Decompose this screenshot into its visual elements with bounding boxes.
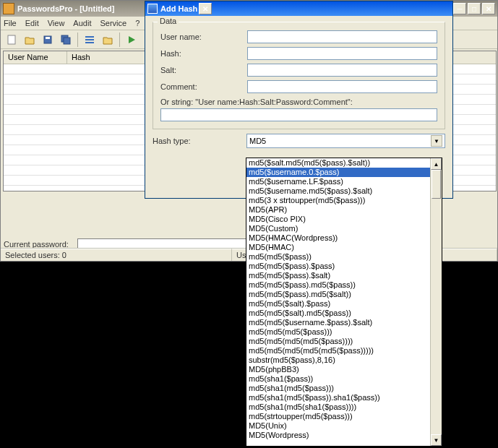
minimize-button[interactable]: ─ [453, 3, 466, 14]
status-selected: Selected users: 0 [1, 249, 232, 261]
dropdown-option[interactable]: md5(md5(md5(md5(md5($pass))))) [246, 346, 430, 356]
svg-rect-6 [85, 39, 94, 40]
orstring-input[interactable] [160, 108, 437, 121]
menu-audit[interactable]: Audit [73, 19, 91, 27]
dropdown-option[interactable]: md5($username.0.$pass) [246, 168, 430, 177]
list-row [446, 95, 496, 105]
dropdown-option[interactable]: md5(md5($salt).md5($pass)) [246, 309, 430, 318]
dropdown-option[interactable]: md5($username.LF.$pass) [246, 177, 430, 186]
dropdown-option[interactable]: md5(md5($salt).$pass) [246, 299, 430, 309]
hash-type-label: Hash type: [153, 137, 246, 145]
data-fieldset: Data User name: Hash: Salt: Comment: Or … [153, 22, 445, 129]
list-row [446, 74, 496, 85]
dialog-icon [147, 4, 158, 14]
orstring-label: Or string: "User name:Hash:Salt:Password… [160, 98, 437, 106]
menu-service[interactable]: Service [100, 19, 126, 27]
list-row [446, 85, 496, 95]
svg-rect-2 [46, 37, 50, 39]
list-row [446, 115, 496, 125]
toolbar-folder-icon[interactable] [100, 32, 116, 48]
dropdown-option[interactable]: md5(md5($username.$pass).$salt) [246, 318, 430, 327]
toolbar-play-icon[interactable] [124, 32, 139, 48]
toolbar-new-icon[interactable] [4, 32, 20, 48]
dropdown-option[interactable]: md5(sha1($pass)) [246, 374, 430, 384]
list-row [446, 155, 496, 165]
maximize-button[interactable]: □ [468, 3, 481, 14]
list-row [446, 64, 496, 74]
dropdown-option[interactable]: MD5(Wordpress) [246, 431, 430, 440]
col-username[interactable]: User Name [4, 51, 67, 64]
username-input[interactable] [247, 30, 437, 43]
dropdown-option[interactable]: MD5(HMAC(Wordpress)) [246, 233, 430, 243]
dropdown-option[interactable]: md5(sha1(md5($pass))) [246, 384, 430, 393]
dropdown-option[interactable]: MD5(phpBB3) [246, 365, 430, 374]
toolbar-open-icon[interactable] [22, 32, 38, 48]
hash-type-value: MD5 [249, 137, 266, 145]
svg-rect-4 [64, 38, 70, 44]
list-row [446, 125, 496, 135]
dialog-title: Add Hash [160, 4, 197, 13]
hash-type-row: Hash type: MD5 ▼ [153, 134, 445, 148]
toolbar-save-icon[interactable] [40, 32, 56, 48]
dropdown-option[interactable]: MD5(Cisco PIX) [246, 215, 430, 224]
hash-type-dropdown[interactable]: md5($salt.md5(md5($pass).$salt))md5($use… [246, 158, 442, 447]
scroll-up-icon[interactable]: ▲ [431, 158, 442, 170]
dropdown-option[interactable]: md5($username.md5($pass).$salt) [246, 186, 430, 196]
dropdown-scrollbar[interactable]: ▲ ▼ [430, 158, 442, 446]
dialog-close-button[interactable]: ✕ [199, 3, 212, 14]
salt-input[interactable] [247, 64, 437, 77]
hash-type-combo[interactable]: MD5 ▼ [246, 134, 445, 148]
dropdown-option[interactable]: md5(sha1(md5($pass)).sha1($pass)) [246, 393, 430, 402]
scroll-thumb[interactable] [432, 170, 441, 199]
dropdown-option[interactable]: md5(3 x strtoupper(md5($pass))) [246, 196, 430, 205]
dialog-titlebar[interactable]: Add Hash ✕ [145, 1, 452, 16]
dropdown-option[interactable]: md5(strtoupper(md5($pass))) [246, 412, 430, 421]
comment-input[interactable] [247, 80, 437, 93]
dropdown-option[interactable]: md5(md5($pass).md5($salt)) [246, 290, 430, 299]
dropdown-option[interactable]: MD5(APR) [246, 205, 430, 215]
comment-label: Comment: [160, 82, 247, 91]
dropdown-option[interactable]: MD5(Unix) [246, 421, 430, 431]
username-label: User name: [160, 33, 247, 41]
hash-label: Hash: [160, 49, 247, 58]
menu-file[interactable]: File [4, 19, 17, 27]
list-row [446, 105, 496, 115]
dropdown-option[interactable]: md5(md5(md5(md5($pass)))) [246, 337, 430, 346]
svg-rect-0 [8, 35, 15, 44]
dropdown-option[interactable]: md5(md5($pass).md5($pass)) [246, 280, 430, 290]
dropdown-option[interactable]: substr(md5($pass),8,16) [246, 356, 430, 365]
dropdown-option[interactable]: md5(sha1(md5(sha1($pass)))) [246, 402, 430, 412]
list-row [446, 145, 496, 155]
close-button[interactable]: ✕ [482, 3, 495, 14]
menu-help[interactable]: ? [135, 19, 139, 27]
dropdown-option[interactable]: md5(md5($pass).$salt) [246, 271, 430, 280]
dropdown-option[interactable]: MD5(HMAC) [246, 243, 430, 252]
scroll-down-icon[interactable]: ▼ [431, 434, 442, 446]
dropdown-option[interactable]: md5(md5($pass)) [246, 252, 430, 262]
svg-rect-7 [85, 42, 94, 43]
list-row [446, 165, 496, 176]
app-icon [3, 3, 14, 14]
dropdown-option[interactable]: md5(md5($pass).$pass) [246, 262, 430, 271]
dropdown-option[interactable]: md5(md5(md5($pass))) [246, 327, 430, 337]
menu-view[interactable]: View [48, 19, 65, 27]
dropdown-option[interactable]: md5($salt.md5(md5($pass).$salt)) [246, 158, 430, 168]
list-row [446, 135, 496, 145]
menu-edit[interactable]: Edit [25, 19, 39, 27]
list-row [446, 176, 496, 186]
chevron-down-icon[interactable]: ▼ [431, 135, 442, 147]
dropdown-option[interactable]: MD5(Custom) [246, 224, 430, 233]
hash-input[interactable] [247, 47, 437, 60]
toolbar-saveall-icon[interactable] [58, 32, 74, 48]
toolbar-list-icon[interactable] [82, 32, 98, 48]
main-title: PasswordsPro - [Untitled] [17, 4, 114, 13]
svg-rect-5 [85, 36, 94, 38]
salt-label: Salt: [160, 66, 247, 74]
fieldset-legend: Data [158, 17, 179, 25]
right-list-header [446, 51, 496, 64]
